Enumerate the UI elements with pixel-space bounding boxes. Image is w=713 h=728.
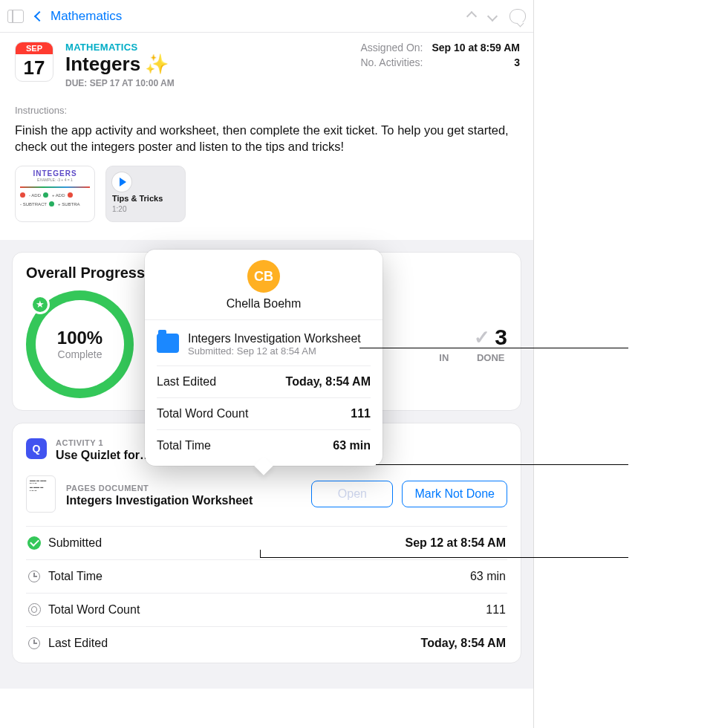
last-edited-label: Last Edited	[48, 637, 108, 650]
sidebar-toggle-icon[interactable]	[7, 10, 24, 23]
quizlet-icon: Q	[26, 438, 47, 459]
document-title: Integers Investigation Worksheet	[66, 494, 253, 507]
popover-v3: 63 min	[333, 439, 371, 452]
calendar-month: SEP	[16, 42, 53, 54]
done-count: 3	[495, 325, 507, 350]
folder-icon	[157, 334, 179, 353]
attachments-row: INTEGERS EXAMPLE: -3 + 4 = 1 - ADD + ADD…	[0, 155, 533, 240]
calendar-day: 17	[24, 54, 45, 81]
next-assignment-chevron-icon[interactable]	[487, 10, 498, 21]
media-title: Tips & Tricks	[112, 194, 179, 203]
assigned-on-label: Assigned On:	[360, 42, 423, 53]
popover-file-row[interactable]: Integers Investigation Worksheet Submitt…	[157, 328, 371, 366]
popover-k1: Last Edited	[157, 375, 216, 389]
activities-label: No. Activities:	[360, 56, 423, 68]
progress-stat-done: ✓3 DONE	[474, 325, 507, 363]
callout-line	[260, 550, 261, 557]
assignment-title: Integers ✨	[65, 53, 348, 76]
student-avatar: CB	[247, 260, 280, 293]
popover-k3: Total Time	[157, 439, 211, 452]
media-duration: 1:20	[112, 205, 179, 213]
word-count-value: 111	[486, 603, 506, 617]
assignment-title-text: Integers	[65, 53, 140, 76]
document-thumbnail[interactable]: ▬▬ ▬ ▬▬▪▪ ▪ ▪▪▬ ▬▬ ▬▪ ▪▪ ▪▪	[26, 475, 56, 513]
done-label: DONE	[477, 352, 505, 363]
comments-icon[interactable]	[509, 9, 526, 24]
time-label: Total Time	[48, 570, 102, 583]
word-count-label: Total Word Count	[48, 603, 140, 617]
prev-assignment-chevron-icon[interactable]	[466, 10, 477, 21]
callout-line	[376, 464, 628, 465]
popover-v2: 111	[351, 407, 371, 420]
popover-k2: Total Word Count	[157, 407, 248, 420]
attachment-poster[interactable]: INTEGERS EXAMPLE: -3 + 4 = 1 - ADD + ADD…	[15, 166, 95, 222]
schoolwork-assignment-detail: Mathematics SEP 17 MATHEMATICS Integers …	[0, 0, 533, 728]
clock-icon	[28, 637, 40, 649]
detail-last-edited: Last Edited Today, 8:54 AM	[26, 626, 507, 660]
popover-file-subtitle: Submitted: Sep 12 at 8:54 AM	[188, 345, 361, 357]
popover-total-time: Total Time 63 min	[157, 430, 371, 454]
popover-file-title: Integers Investigation Worksheet	[188, 332, 361, 345]
submitted-check-icon	[27, 536, 41, 550]
nav-bar: Mathematics	[0, 0, 533, 33]
due-date: DUE: SEP 17 AT 10:00 AM	[65, 78, 348, 88]
clock-icon	[28, 571, 40, 582]
calendar-badge: SEP 17	[15, 42, 53, 82]
last-edited-value: Today, 8:54 AM	[421, 637, 506, 650]
poster-title: INTEGERS	[20, 169, 90, 178]
assignment-meta: Assigned On: Sep 10 at 8:59 AM No. Activ…	[360, 42, 520, 88]
sparkle-icon: ✨	[145, 53, 169, 76]
mark-not-done-button[interactable]: Mark Not Done	[402, 481, 507, 507]
assignment-header: SEP 17 MATHEMATICS Integers ✨ DUE: SEP 1…	[0, 33, 533, 91]
student-progress-popover: CB Chella Boehm Integers Investigation W…	[145, 250, 382, 466]
document-row: ▬▬ ▬ ▬▬▪▪ ▪ ▪▪▬ ▬▬ ▬▪ ▪▪ ▪▪ PAGES DOCUME…	[26, 475, 507, 513]
student-name: Chella Boehm	[227, 297, 302, 311]
open-button[interactable]: Open	[311, 481, 393, 507]
progress-hidden-label: IN	[439, 352, 449, 363]
callout-line	[260, 557, 628, 558]
progress-ring: ★ 100% Complete	[26, 290, 134, 398]
document-details-list: Submitted Sep 12 at 8:54 AM Total Time 6…	[26, 526, 507, 660]
gear-icon	[28, 603, 41, 616]
attachment-media[interactable]: Tips & Tricks 1:20	[105, 166, 186, 222]
progress-complete-label: Complete	[57, 348, 102, 360]
callout-line	[359, 348, 628, 348]
detail-total-time: Total Time 63 min	[26, 559, 507, 593]
document-eyebrow: PAGES DOCUMENT	[66, 484, 149, 493]
play-icon[interactable]	[112, 172, 131, 192]
star-badge-icon: ★	[30, 295, 50, 314]
progress-stat-hidden: IN	[439, 325, 449, 363]
popover-last-edited: Last Edited Today, 8:54 AM	[157, 366, 371, 398]
instructions-block: Instructions: Finish the app activity an…	[0, 105, 533, 155]
popover-word-count: Total Word Count 111	[157, 398, 371, 430]
progress-percent: 100%	[57, 328, 102, 348]
instructions-heading: Instructions:	[15, 105, 518, 116]
popover-v1: Today, 8:54 AM	[286, 375, 371, 389]
detail-submitted: Submitted Sep 12 at 8:54 AM	[26, 526, 507, 559]
activity-title: Use Quizlet for…	[56, 449, 152, 462]
checkmark-icon: ✓	[474, 326, 490, 349]
activities-value: 3	[514, 56, 520, 68]
activity-eyebrow: ACTIVITY 1	[56, 438, 103, 447]
instructions-text: Finish the app activity and worksheet, t…	[15, 122, 518, 155]
back-button[interactable]: Mathematics	[51, 9, 122, 24]
assigned-on-value: Sep 10 at 8:59 AM	[432, 42, 520, 53]
submitted-label: Submitted	[48, 536, 102, 550]
time-value: 63 min	[470, 570, 506, 583]
detail-word-count: Total Word Count 111	[26, 593, 507, 626]
back-chevron-icon[interactable]	[34, 10, 45, 21]
submitted-value: Sep 12 at 8:54 AM	[406, 536, 506, 550]
subject-label: MATHEMATICS	[65, 42, 348, 53]
